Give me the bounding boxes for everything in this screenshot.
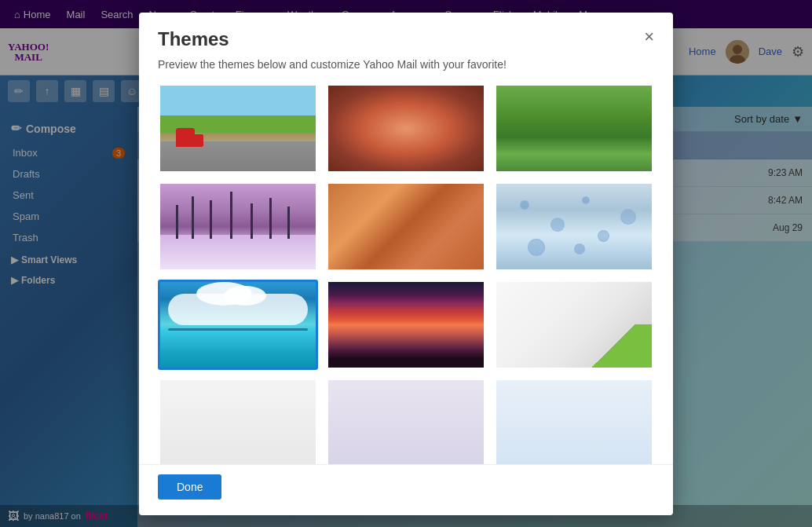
modal-subtitle: Preview the themes below and customize Y…	[139, 58, 673, 83]
themes-modal: Themes × Preview the themes below and cu…	[139, 13, 673, 515]
theme-partial-1[interactable]	[158, 378, 318, 464]
modal-title: Themes	[158, 28, 229, 50]
modal-footer: Done	[139, 464, 673, 515]
theme-sunset-lake[interactable]	[326, 280, 486, 370]
theme-winter-trees[interactable]	[158, 181, 318, 272]
theme-minimal-green[interactable]	[494, 280, 654, 370]
theme-partial-3[interactable]	[494, 378, 654, 464]
theme-desert-road[interactable]	[158, 83, 318, 174]
theme-soldiers[interactable]	[494, 83, 654, 174]
done-button[interactable]: Done	[158, 474, 221, 500]
theme-blur-orange[interactable]	[326, 83, 486, 174]
modal-header: Themes ×	[139, 13, 673, 58]
modal-overlay: Themes × Preview the themes below and cu…	[0, 0, 812, 527]
themes-grid	[158, 83, 654, 464]
theme-ocean-clouds[interactable]	[158, 280, 318, 370]
theme-water-drops[interactable]	[494, 181, 654, 272]
theme-partial-2[interactable]	[326, 378, 486, 464]
modal-close-button[interactable]: ×	[644, 28, 654, 46]
modal-body	[139, 83, 673, 464]
theme-sand-dunes[interactable]	[326, 181, 486, 272]
